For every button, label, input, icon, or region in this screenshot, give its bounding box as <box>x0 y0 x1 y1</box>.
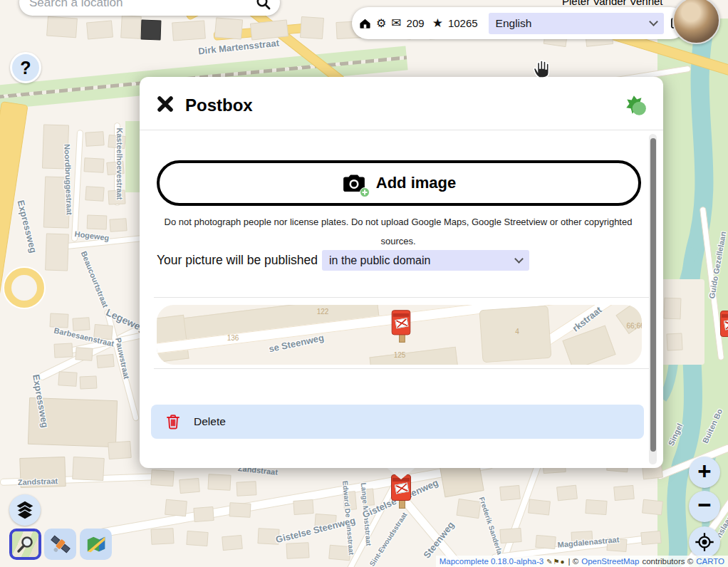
postbox-marker[interactable] <box>391 474 411 509</box>
building <box>120 15 142 38</box>
scrollbar-thumb[interactable] <box>650 138 656 452</box>
building <box>293 499 313 515</box>
camera-icon <box>342 172 366 194</box>
zoom-out-button[interactable]: − <box>689 491 720 522</box>
add-image-label: Add image <box>376 174 456 192</box>
building <box>80 375 98 389</box>
star-icon[interactable]: ★ <box>432 16 443 31</box>
building <box>108 189 125 204</box>
street-label: Frederik Sanderla <box>478 496 504 556</box>
street-label: Beaucourtstraat <box>80 250 110 309</box>
building <box>556 485 578 501</box>
openstreetmap-link[interactable]: OpenStreetMap <box>581 557 639 566</box>
layers-icon <box>15 500 35 520</box>
attribution-badge-icons: ✎⚑● <box>546 558 565 566</box>
search-icon[interactable] <box>256 0 271 11</box>
building <box>85 186 104 202</box>
search-bar <box>19 0 280 16</box>
building <box>106 161 124 175</box>
building <box>53 343 73 358</box>
dialog-pointer <box>385 467 417 479</box>
building <box>141 20 162 41</box>
building <box>85 131 104 147</box>
building <box>642 499 663 516</box>
section-divider <box>154 368 649 369</box>
building <box>585 499 607 515</box>
postbox-dialog: Postbox Add image Do not photograph peop… <box>140 77 663 468</box>
building <box>108 135 125 149</box>
building <box>46 16 78 38</box>
postbox-marker-edge[interactable] <box>720 311 728 345</box>
chevron-down-icon <box>649 17 658 26</box>
attribution-separator: | © <box>568 557 579 566</box>
building <box>286 542 309 559</box>
location-minimap[interactable]: 122136se Steenweg1254rkstraat66;66 <box>157 305 642 365</box>
help-button[interactable]: ? <box>10 52 41 83</box>
background-layer-osm-button[interactable] <box>9 529 41 560</box>
hand-cursor <box>530 57 553 80</box>
road-noordbruggestraat <box>71 130 83 241</box>
building <box>606 538 627 552</box>
stars-count: 10265 <box>448 17 478 29</box>
dialog-scrollbar[interactable] <box>649 134 657 464</box>
building <box>49 313 68 328</box>
building <box>150 469 174 487</box>
delete-label: Delete <box>194 415 226 428</box>
envelope-glyph <box>395 483 409 494</box>
search-input[interactable] <box>19 0 256 10</box>
building <box>328 545 351 561</box>
language-select[interactable]: English <box>489 13 664 34</box>
street-label: Expressweg <box>16 199 39 254</box>
building <box>314 514 336 529</box>
building <box>229 502 251 518</box>
building <box>45 233 69 271</box>
building <box>96 354 114 368</box>
satellite-icon <box>50 534 71 555</box>
building <box>193 506 214 522</box>
building <box>207 474 231 491</box>
mapcomplete-logo-icon <box>623 94 648 118</box>
building <box>150 528 174 545</box>
settings-gear-icon[interactable]: ⚙ <box>376 16 386 30</box>
building <box>172 20 206 41</box>
building <box>72 317 90 331</box>
messages-count: 209 <box>407 17 425 29</box>
building <box>93 324 113 340</box>
add-image-button[interactable]: Add image <box>157 160 641 206</box>
trash-icon <box>165 413 181 430</box>
building <box>28 397 118 447</box>
building <box>87 215 108 230</box>
chevron-down-icon <box>514 254 524 264</box>
zoom-in-button[interactable]: + <box>689 457 720 488</box>
geolocate-button[interactable] <box>689 526 720 558</box>
user-name: Pieter Vander Vennet <box>562 0 663 7</box>
close-button[interactable] <box>155 94 175 114</box>
publish-row: Your picture will be published in the pu… <box>157 250 529 271</box>
building <box>186 531 208 546</box>
mapcomplete-version-link[interactable]: Mapcomplete 0.18.0-alpha-3 <box>440 557 544 566</box>
header-divider <box>140 130 663 130</box>
messages-envelope-icon[interactable]: ✉ <box>391 16 401 31</box>
building <box>72 457 105 481</box>
building <box>499 528 521 543</box>
building <box>499 485 521 501</box>
background-layer-map-button[interactable] <box>80 529 112 560</box>
building <box>236 481 256 496</box>
carto-link[interactable]: CARTO <box>696 557 724 566</box>
building <box>571 531 593 546</box>
close-icon <box>155 94 175 114</box>
building <box>179 478 200 494</box>
home-icon[interactable] <box>359 18 371 29</box>
minimap-postbox-marker[interactable] <box>392 310 411 343</box>
building <box>214 17 243 39</box>
building <box>165 499 187 517</box>
building <box>86 20 113 39</box>
building <box>663 298 681 320</box>
delete-button[interactable]: Delete <box>151 405 644 439</box>
layers-button[interactable] <box>9 494 41 526</box>
building <box>257 528 279 545</box>
license-select[interactable]: in the public domain <box>322 250 529 271</box>
background-layer-satellite-button[interactable] <box>44 529 76 560</box>
land-patch <box>657 279 704 365</box>
building <box>613 485 635 501</box>
